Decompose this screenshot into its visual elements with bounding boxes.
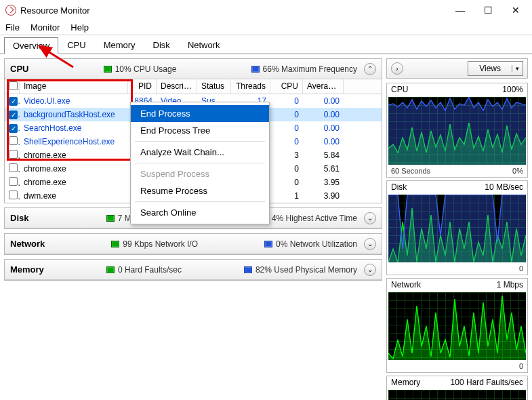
graph-title: Memory (391, 378, 420, 387)
cell-cpu: 0 (270, 178, 303, 187)
cell-cpu: 0 (270, 96, 303, 106)
network-panel: Network 99 Kbps Network I/O 0% Network U… (4, 233, 382, 255)
col-threads[interactable]: Threads (231, 79, 270, 94)
menu-file[interactable]: File (5, 22, 20, 33)
row-checkbox[interactable] (9, 136, 18, 145)
row-checkbox[interactable] (9, 97, 18, 106)
row-checkbox[interactable] (9, 124, 18, 133)
graph-disk: Disk10 MB/sec0 (386, 180, 528, 275)
cell-cpu: 0 (270, 137, 303, 146)
cell-avg: 5.61 (303, 164, 344, 174)
cell-image: Video.UI.exe (20, 96, 128, 106)
context-menu-item[interactable]: Search Online (131, 204, 269, 221)
cell-avg: 0.00 (303, 137, 344, 146)
context-menu-item[interactable]: Resume Process (131, 182, 269, 199)
expand-icon[interactable]: ⌄ (364, 212, 376, 224)
cell-avg: 0.00 (303, 123, 344, 133)
select-all-checkbox[interactable] (9, 81, 18, 90)
memory-panel: Memory 0 Hard Faults/sec 82% Used Physic… (4, 259, 382, 281)
menu-monitor[interactable]: Monitor (30, 22, 60, 33)
memory-panel-header[interactable]: Memory 0 Hard Faults/sec 82% Used Physic… (5, 260, 382, 280)
views-button[interactable]: Views ▾ (468, 61, 523, 76)
graph-scale: 1 Mbps (497, 280, 523, 289)
graph-scale: 100 Hard Faults/sec (451, 378, 523, 387)
col-desc[interactable]: Descrip... (157, 79, 197, 94)
cell-cpu: 0 (270, 164, 303, 174)
graph-scale: 10 MB/sec (485, 182, 523, 192)
row-checkbox[interactable] (9, 191, 18, 199)
dropdown-icon[interactable]: ▾ (512, 65, 523, 72)
mem-used-stat: 82% Used Physical Memory (255, 265, 357, 275)
cell-image: ShellExperienceHost.exe (20, 137, 128, 146)
side-toolbar: › Views ▾ (386, 58, 528, 79)
expand-icon[interactable]: ⌄ (364, 264, 376, 276)
net-io-stat: 99 Kbps Network I/O (123, 239, 198, 249)
graph-canvas (388, 292, 526, 360)
cpu-panel-title: CPU (10, 64, 28, 74)
led-icon (244, 266, 252, 273)
col-avg[interactable]: Averag... (303, 79, 344, 94)
graph-foot-right: 0% (512, 167, 523, 175)
close-button[interactable]: ✕ (512, 5, 520, 16)
process-table-header: Image PID Descrip... Status Threads CPU … (5, 79, 382, 94)
context-menu-item[interactable]: Analyze Wait Chain... (131, 144, 269, 161)
cell-image: backgroundTaskHost.exe (20, 110, 128, 119)
context-menu-item[interactable]: End Process Tree (131, 122, 269, 139)
views-label: Views (468, 64, 512, 73)
graph-scale: 100% (502, 85, 523, 94)
cell-avg: 3.90 (303, 191, 344, 201)
graph-canvas (388, 195, 526, 262)
graph-memory: Memory100 Hard Faults/sec (386, 376, 528, 400)
row-checkbox[interactable] (9, 150, 18, 159)
graph-canvas (388, 390, 526, 400)
graph-foot-right: 0 (519, 362, 523, 370)
net-util-stat: 0% Network Utilization (276, 239, 357, 249)
menu-help[interactable]: Help (70, 22, 89, 33)
cell-avg: 0.00 (303, 110, 344, 119)
col-status[interactable]: Status (197, 79, 231, 94)
col-cpu[interactable]: CPU (270, 79, 303, 94)
context-menu-item[interactable]: End Process (131, 105, 269, 122)
cell-cpu: 0 (270, 110, 303, 119)
network-panel-title: Network (10, 239, 45, 249)
cell-image: chrome.exe (20, 178, 128, 187)
graph-foot-left: 60 Seconds (391, 167, 430, 175)
mem-faults-stat: 0 Hard Faults/sec (118, 265, 182, 275)
tab-memory[interactable]: Memory (95, 37, 144, 54)
window-title: Resource Monitor (20, 5, 90, 16)
graph-network: Network1 Mbps0 (386, 278, 528, 373)
cell-image: chrome.exe (20, 151, 128, 160)
row-checkbox[interactable] (9, 177, 18, 186)
cell-cpu: 0 (270, 123, 303, 133)
context-menu: End ProcessEnd Process TreeAnalyze Wait … (130, 102, 270, 224)
disk-panel-title: Disk (10, 213, 28, 223)
cell-avg: 3.95 (303, 178, 344, 187)
cell-avg: 5.84 (303, 151, 344, 160)
network-panel-header[interactable]: Network 99 Kbps Network I/O 0% Network U… (5, 234, 382, 254)
led-icon (251, 66, 260, 73)
led-icon (104, 66, 112, 73)
graph-cpu: CPU100%60 Seconds0% (386, 83, 528, 178)
maximize-button[interactable]: ☐ (484, 5, 493, 16)
menu-bar: File Monitor Help (0, 20, 532, 35)
graph-title: Network (391, 280, 421, 289)
led-icon (106, 215, 115, 222)
cell-cpu: 1 (270, 191, 303, 201)
led-icon (111, 241, 119, 247)
col-pid[interactable]: PID (128, 79, 157, 94)
tab-network[interactable]: Network (179, 37, 229, 54)
graph-title: Disk (391, 182, 407, 192)
col-image[interactable]: Image (20, 79, 128, 94)
row-checkbox[interactable] (9, 111, 18, 119)
collapse-icon[interactable]: ⌃ (364, 63, 376, 75)
tab-disk[interactable]: Disk (144, 37, 179, 54)
expand-icon[interactable]: ⌄ (364, 238, 376, 250)
annotation-arrow (33, 43, 80, 73)
disk-active-stat: 4% Highest Active Time (272, 214, 357, 223)
collapse-side-icon[interactable]: › (391, 62, 403, 75)
graph-foot-right: 0 (519, 264, 523, 273)
row-checkbox[interactable] (9, 163, 18, 172)
svg-line-0 (39, 46, 73, 67)
minimize-button[interactable]: — (455, 5, 465, 16)
led-icon (106, 266, 115, 273)
